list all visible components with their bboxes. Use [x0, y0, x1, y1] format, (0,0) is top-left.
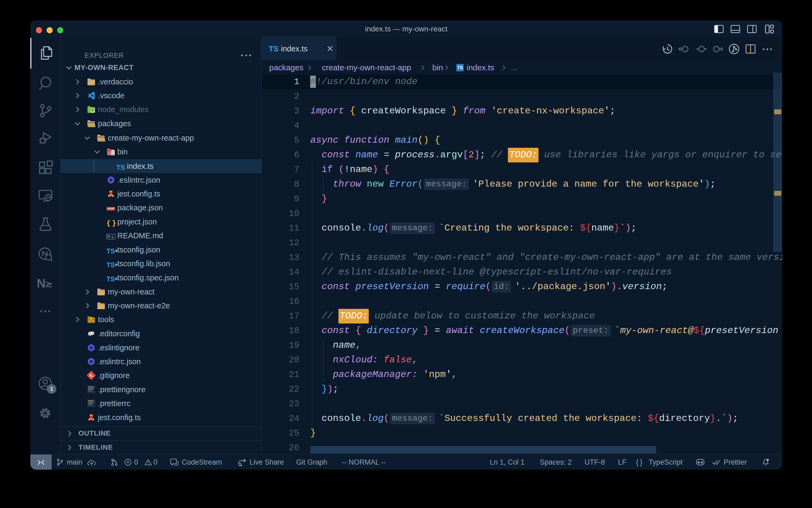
svg-text:10: 10	[112, 153, 114, 155]
svg-text:JS: JS	[92, 110, 94, 112]
